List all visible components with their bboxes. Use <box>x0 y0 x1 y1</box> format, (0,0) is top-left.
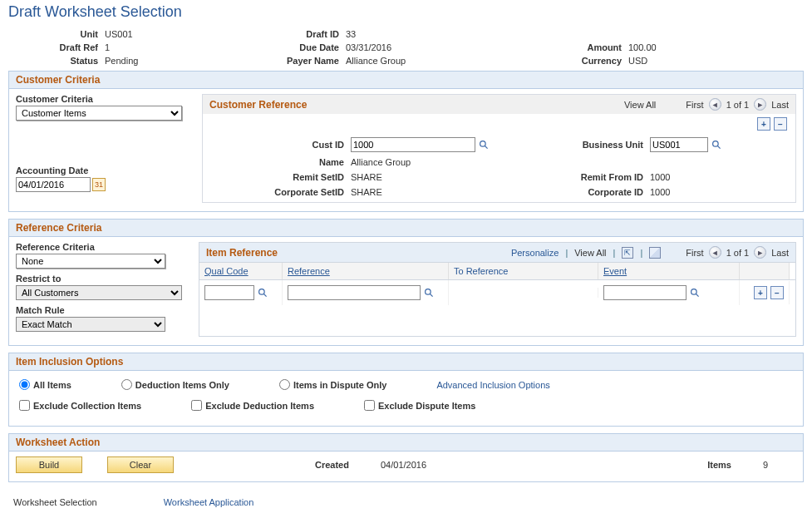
range-label: 1 of 1 <box>726 100 750 110</box>
amount-value: 100.00 <box>628 42 736 52</box>
corp-setid-label: Corporate SetID <box>209 187 351 197</box>
col-to-reference[interactable]: To Reference <box>449 263 598 279</box>
due-date-value: 03/31/2016 <box>346 42 529 52</box>
exclude-deduction-option[interactable]: Exclude Deduction Items <box>191 400 314 411</box>
items-value: 9 <box>763 460 796 470</box>
svg-line-1 <box>485 146 487 148</box>
svg-line-9 <box>696 294 698 296</box>
personalize-link[interactable]: Personalize <box>511 248 559 258</box>
range-label: 1 of 1 <box>726 248 750 258</box>
calendar-icon[interactable]: 31 <box>92 178 106 191</box>
exclude-deduction-check[interactable] <box>191 400 202 411</box>
dispute-only-option[interactable]: Items in Dispute Only <box>279 379 386 390</box>
all-items-radio[interactable] <box>19 379 30 390</box>
header-summary: Unit US001 Draft ID 33 Draft Ref 1 Due D… <box>8 29 804 66</box>
svg-point-0 <box>480 141 485 146</box>
customer-criteria-title: Customer Criteria <box>9 72 803 89</box>
accounting-date-input[interactable] <box>16 177 91 192</box>
ref-criteria-label: Reference Criteria <box>16 242 190 252</box>
lookup-icon[interactable] <box>423 287 435 299</box>
all-items-option[interactable]: All Items <box>19 379 71 390</box>
draft-ref-label: Draft Ref <box>13 42 105 52</box>
corp-setid-value: SHARE <box>351 187 534 197</box>
draft-id-label: Draft ID <box>254 29 346 39</box>
amount-label: Amount <box>529 42 628 52</box>
add-row-button[interactable]: + <box>757 117 770 131</box>
items-label: Items <box>707 460 738 470</box>
tab-worksheet-selection[interactable]: Worksheet Selection <box>13 497 97 507</box>
exclude-collection-option[interactable]: Exclude Collection Items <box>19 400 141 411</box>
customer-reference-title: Customer Reference <box>209 99 307 111</box>
prev-icon[interactable]: ◄ <box>709 98 721 111</box>
inclusion-title: Item Inclusion Options <box>9 353 803 371</box>
svg-line-3 <box>717 146 720 148</box>
lookup-icon[interactable] <box>257 287 268 299</box>
bottom-tabs: Worksheet Selection Worksheet Applicatio… <box>8 489 804 516</box>
reference-criteria-title: Reference Criteria <box>9 220 803 237</box>
remove-row-button[interactable]: − <box>770 286 784 299</box>
lookup-icon[interactable] <box>478 139 490 151</box>
unit-value: US001 <box>105 29 254 39</box>
col-qual[interactable]: Qual Code <box>199 263 283 279</box>
customer-criteria-select[interactable]: Customer Items <box>16 106 182 121</box>
bu-label: Business Unit <box>534 140 650 150</box>
currency-value: USD <box>628 56 736 66</box>
due-date-label: Due Date <box>254 42 346 52</box>
status-label: Status <box>13 56 105 66</box>
col-event[interactable]: Event <box>598 263 740 279</box>
svg-point-8 <box>691 289 696 294</box>
restrict-label: Restrict to <box>16 274 190 284</box>
item-reference-title: Item Reference <box>206 247 278 259</box>
bu-input[interactable] <box>650 137 708 152</box>
clear-button[interactable]: Clear <box>107 456 174 473</box>
first-label: First <box>686 248 703 258</box>
remove-row-button[interactable]: − <box>774 117 787 131</box>
event-input[interactable] <box>603 285 687 300</box>
lookup-icon[interactable] <box>711 139 722 151</box>
zoom-icon[interactable]: ⇱ <box>622 247 633 259</box>
tab-worksheet-application[interactable]: Worksheet Application <box>164 497 254 507</box>
last-label: Last <box>771 248 789 258</box>
customer-criteria-label: Customer Criteria <box>16 94 190 104</box>
remit-setid-label: Remit SetID <box>209 172 351 182</box>
exclude-dispute-option[interactable]: Exclude Dispute Items <box>364 400 475 411</box>
exclude-collection-check[interactable] <box>19 400 30 411</box>
page-title: Draft Worksheet Selection <box>8 3 804 21</box>
qual-input[interactable] <box>204 285 254 300</box>
svg-point-6 <box>425 289 431 294</box>
svg-line-5 <box>263 294 266 296</box>
deduction-only-radio[interactable] <box>121 379 132 390</box>
unit-label: Unit <box>13 29 105 39</box>
cust-id-input[interactable] <box>351 137 475 152</box>
restrict-select[interactable]: All Customers <box>16 285 182 300</box>
inclusion-options-section: Item Inclusion Options All Items Deducti… <box>8 353 804 427</box>
action-title: Worksheet Action <box>9 434 803 452</box>
add-row-button[interactable]: + <box>754 286 767 299</box>
prev-icon[interactable]: ◄ <box>709 246 721 259</box>
download-icon[interactable] <box>649 247 661 259</box>
match-select[interactable]: Exact Match <box>16 317 165 332</box>
build-button[interactable]: Build <box>16 456 82 473</box>
advanced-inclusion-link[interactable]: Advanced Inclusion Options <box>436 380 549 390</box>
view-all-link[interactable]: View All <box>624 100 656 110</box>
reference-input[interactable] <box>288 285 421 300</box>
next-icon[interactable]: ► <box>754 98 766 111</box>
worksheet-action-section: Worksheet Action Build Clear Created 04/… <box>8 433 804 482</box>
svg-point-2 <box>712 141 718 146</box>
first-label: First <box>686 100 703 110</box>
next-icon[interactable]: ► <box>754 246 766 259</box>
reference-criteria-section: Reference Criteria Reference Criteria No… <box>8 219 804 346</box>
lookup-icon[interactable] <box>689 287 701 299</box>
col-reference[interactable]: Reference <box>283 263 449 279</box>
deduction-only-option[interactable]: Deduction Items Only <box>121 379 229 390</box>
to-reference-cell <box>449 288 598 298</box>
dispute-only-radio[interactable] <box>279 379 290 390</box>
created-value: 04/01/2016 <box>381 460 426 470</box>
payer-name-label: Payer Name <box>254 56 346 66</box>
view-all-link[interactable]: View All <box>574 248 606 258</box>
exclude-dispute-check[interactable] <box>364 400 375 411</box>
ref-criteria-select[interactable]: None <box>16 254 165 269</box>
svg-line-7 <box>430 294 432 296</box>
corp-id-label: Corporate ID <box>534 187 650 197</box>
last-label: Last <box>771 100 789 110</box>
